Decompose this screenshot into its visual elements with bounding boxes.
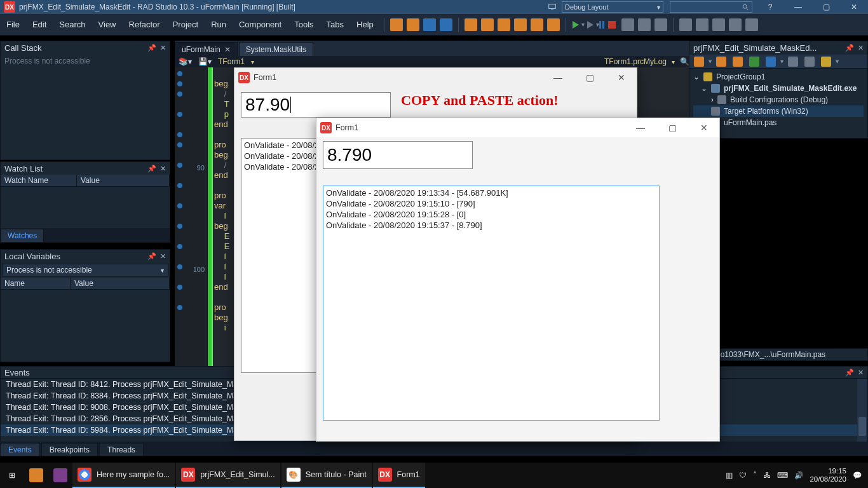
close-button[interactable]: ✕	[840, 0, 868, 14]
tray-nvidia-icon[interactable]: ▥	[726, 471, 733, 480]
close-icon[interactable]: ✕	[224, 45, 231, 54]
close-button[interactable]: ✕	[607, 69, 635, 86]
taskbar-explorer[interactable]	[24, 463, 48, 488]
maximize-button[interactable]: ▢	[658, 119, 686, 137]
tray-volume-icon[interactable]: 🔊	[794, 471, 803, 480]
close-icon[interactable]: ✕	[858, 369, 864, 377]
events-scrollbar[interactable]	[857, 379, 867, 442]
taskbar-chrome[interactable]: Here my sample fo...	[72, 463, 175, 488]
maximize-button[interactable]: ▢	[812, 0, 840, 14]
proj-ico-4[interactable]	[749, 57, 759, 67]
toolbar-doc1-icon[interactable]	[679, 18, 692, 31]
toolbar-stop-icon[interactable]	[608, 21, 616, 29]
menu-tabs[interactable]: Tabs	[320, 20, 350, 29]
menu-component[interactable]: Component	[233, 20, 288, 29]
desktop-icon[interactable]	[548, 3, 557, 11]
proj-node-target[interactable]: Target Platforms (Win32)	[724, 107, 808, 116]
tray-language-icon[interactable]: ⌨	[777, 471, 788, 480]
form1-front-edit[interactable]: 8.790	[323, 141, 473, 169]
toolbar-step-icon[interactable]	[638, 18, 651, 31]
crumb-proc[interactable]: TForm1.prcMyLog	[604, 57, 667, 66]
proj-node-exe[interactable]: prjFMX_Edit_Simulate_MaskEdit.exe	[724, 84, 857, 93]
form1-back-edit[interactable]: 87.90	[241, 92, 391, 118]
maximize-button[interactable]: ▢	[576, 69, 604, 86]
pin-icon[interactable]: 📌	[845, 44, 854, 52]
taskbar-radstudio[interactable]: DX prjFMX_Edit_Simul...	[176, 463, 280, 488]
taskbar-winrar[interactable]	[48, 463, 72, 488]
ide-search[interactable]	[670, 1, 752, 13]
proj-node-unit[interactable]: uFormMain.pas	[724, 118, 776, 127]
toolbar-folder6-icon[interactable]	[547, 18, 560, 31]
menu-run[interactable]: Run	[205, 20, 233, 29]
minimize-button[interactable]: —	[784, 0, 812, 14]
toolbar-saveall-icon[interactable]	[440, 18, 452, 31]
close-icon[interactable]: ✕	[160, 165, 166, 173]
toolbar-folder4-icon[interactable]	[514, 18, 527, 31]
pin-icon[interactable]: 📌	[845, 369, 854, 377]
tab-uformmain[interactable]: uFormMain✕	[175, 42, 238, 56]
toolbar-open-icon[interactable]	[407, 18, 419, 31]
close-icon[interactable]: ✕	[160, 252, 166, 261]
toolbar-pause-icon[interactable]	[599, 21, 604, 29]
menu-search[interactable]: Search	[53, 20, 92, 29]
system-tray[interactable]: ▥ 🛡 ˄ 🖧 ⌨ 🔊 19:15 20/08/2020 💬	[719, 467, 868, 484]
taskbar-paint[interactable]: 🎨 Sem título - Paint	[281, 463, 372, 488]
toolbar-doc2-icon[interactable]	[696, 18, 709, 31]
toolbar-trace-icon[interactable]	[621, 18, 634, 31]
toolbar-doc5-icon[interactable]	[745, 18, 758, 31]
events-tab-threads[interactable]: Threads	[99, 443, 144, 456]
form1-front-log[interactable]: OnValidate - 20/08/2020 19:13:34 - [54.6…	[323, 186, 660, 421]
menu-edit[interactable]: Edit	[26, 20, 53, 29]
proj-ico-7[interactable]	[804, 57, 815, 67]
events-tab-events[interactable]: Events	[0, 443, 40, 456]
tab-maskutils[interactable]: System.MaskUtils	[239, 42, 313, 56]
menu-tools[interactable]: Tools	[288, 20, 320, 29]
editor-gutter[interactable]: 90 100	[175, 67, 208, 367]
proj-ico-1[interactable]	[694, 57, 704, 67]
watch-tab[interactable]: Watches	[1, 229, 44, 242]
toolbar-run-nodebug-icon[interactable]	[587, 21, 593, 29]
form1-window-front[interactable]: DX Form1 — ▢ ✕ 8.790 OnValidate - 20/08/…	[316, 118, 720, 442]
events-tab-breakpoints[interactable]: Breakpoints	[41, 443, 98, 456]
proj-node-group[interactable]: ProjectGroup1	[716, 72, 765, 81]
proj-ico-2[interactable]	[716, 57, 726, 67]
tray-clock[interactable]: 19:15 20/08/2020	[810, 467, 846, 484]
toolbar-folder2-icon[interactable]	[481, 18, 494, 31]
tray-network-icon[interactable]: 🖧	[763, 471, 771, 479]
proj-node-build[interactable]: Build Configurations (Debug)	[730, 95, 828, 104]
form1-front-titlebar[interactable]: DX Form1 — ▢ ✕	[316, 118, 719, 137]
toolbar-stepout-icon[interactable]	[654, 18, 667, 31]
toolbar-run-icon[interactable]	[573, 21, 579, 29]
toolbar-new-icon[interactable]	[390, 18, 403, 31]
form1-back-titlebar[interactable]: DX Form1 — ▢ ✕	[234, 68, 637, 87]
watch-col-name[interactable]: Watch Name	[1, 175, 77, 187]
toolbar-doc3-icon[interactable]	[712, 18, 725, 31]
locals-process-combo[interactable]: Process is not accessible ▾	[2, 264, 168, 276]
menu-refactor[interactable]: Refactor	[123, 20, 166, 29]
locals-col-value[interactable]: Value	[71, 278, 170, 290]
close-icon[interactable]: ✕	[858, 44, 864, 52]
toolbar-save-icon[interactable]	[423, 18, 436, 31]
toolbar-folder5-icon[interactable]	[531, 18, 543, 31]
watch-col-value[interactable]: Value	[77, 175, 170, 187]
proj-ico-8[interactable]	[821, 57, 831, 67]
tray-shield-icon[interactable]: 🛡	[739, 471, 747, 479]
menu-help[interactable]: Help	[350, 20, 380, 29]
crumb-class[interactable]: TForm1	[218, 57, 245, 66]
close-icon[interactable]: ✕	[160, 44, 166, 52]
pin-icon[interactable]: 📌	[147, 252, 156, 261]
close-button[interactable]: ✕	[690, 119, 718, 137]
proj-ico-6[interactable]	[788, 57, 798, 67]
menu-view[interactable]: View	[92, 20, 123, 29]
search-icon[interactable]: 🔍	[680, 57, 689, 66]
tray-action-center-icon[interactable]: 💬	[853, 471, 862, 480]
toolbar-folder3-icon[interactable]	[498, 18, 510, 31]
proj-ico-3[interactable]	[733, 57, 743, 67]
layout-selector[interactable]: Debug Layout ▾	[562, 1, 663, 13]
taskbar-form1[interactable]: DX Form1	[373, 463, 425, 488]
proj-ico-5[interactable]	[766, 57, 776, 67]
menu-project[interactable]: Project	[166, 20, 205, 29]
pin-icon[interactable]: 📌	[147, 44, 156, 52]
toolbar-doc4-icon[interactable]	[729, 18, 742, 31]
help-button[interactable]: ?	[756, 0, 784, 14]
